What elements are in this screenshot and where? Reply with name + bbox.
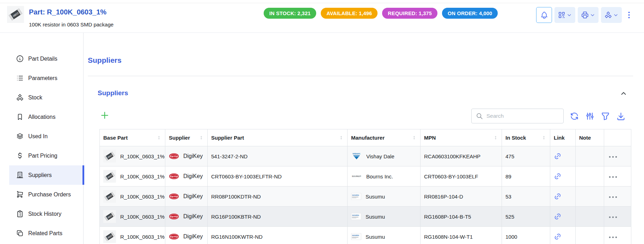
table-row[interactable]: R_100K_0603_1% DigiKey 541-3247-2-ND Vis… xyxy=(100,146,631,166)
bell-icon xyxy=(540,11,548,19)
table-toolbar xyxy=(471,109,626,123)
supplier-parts-table: Base Part Supplier Supplier Part Manufac… xyxy=(99,129,631,244)
digikey-logo-icon xyxy=(169,193,179,200)
external-link-icon[interactable] xyxy=(554,193,562,200)
row-actions-button[interactable] xyxy=(608,155,618,159)
stock-actions-button[interactable] xyxy=(601,7,622,23)
available-badge: AVAILABLE: 1,496 xyxy=(321,8,378,19)
supplier-part-number: 541-3247-2-ND xyxy=(208,146,348,166)
mpn-value: RCA0603100KFKEAHP xyxy=(421,146,502,166)
sort-icon[interactable] xyxy=(541,135,546,140)
table-row[interactable]: R_100K_0603_1% DigiKey RG16P100KBTR-ND S… xyxy=(100,207,631,227)
manufacturer-name[interactable]: Susumu xyxy=(366,194,385,200)
external-link-icon[interactable] xyxy=(554,152,562,160)
sidebar-item-parameters[interactable]: Parameters xyxy=(9,68,83,88)
sidebar-item-stock[interactable]: Stock xyxy=(9,88,83,107)
download-icon xyxy=(616,111,626,121)
susumu-logo-icon xyxy=(351,193,361,200)
manufacturer-name[interactable]: Susumu xyxy=(366,234,385,240)
filter-button[interactable] xyxy=(601,111,610,121)
refresh-button[interactable] xyxy=(570,111,579,121)
row-actions-button[interactable] xyxy=(608,175,618,179)
collapse-panel-button[interactable] xyxy=(620,90,627,97)
refresh-icon xyxy=(570,111,579,121)
supplier-name[interactable]: DigiKey xyxy=(183,173,203,179)
cubes-icon xyxy=(16,93,24,102)
search-field[interactable] xyxy=(471,109,564,123)
note-cell xyxy=(576,207,604,227)
search-input[interactable] xyxy=(486,113,559,119)
add-supplier-part-button[interactable] xyxy=(99,110,110,121)
sidebar-item-label: Part Pricing xyxy=(28,153,57,159)
sidebar-item-part-pricing[interactable]: Part Pricing xyxy=(9,146,83,165)
mpn-value: RR0816P-104-D xyxy=(421,187,502,207)
sidebar-item-purchase-orders[interactable]: Purchase Orders xyxy=(9,185,83,204)
table-row[interactable]: R_100K_0603_1% DigiKey RR08P100KDTR-ND S… xyxy=(100,187,631,207)
external-link-icon[interactable] xyxy=(554,213,562,220)
column-header-supplier-part[interactable]: Supplier Part xyxy=(208,129,348,146)
sidebar-item-label: Parameters xyxy=(28,75,57,81)
sidebar-item-suppliers[interactable]: Suppliers xyxy=(9,165,83,185)
row-actions-button[interactable] xyxy=(608,235,618,239)
note-cell xyxy=(576,187,604,207)
suppliers-panel: Suppliers xyxy=(88,76,633,244)
sidebar-item-label: Related Parts xyxy=(28,230,62,237)
print-actions-button[interactable] xyxy=(578,7,599,23)
row-actions-button[interactable] xyxy=(608,195,618,199)
sidebar-item-stock-history[interactable]: Stock History xyxy=(9,204,83,224)
sidebar-item-allocations[interactable]: Allocations xyxy=(9,107,83,127)
base-part-name[interactable]: R_100K_0603_1% xyxy=(120,153,165,159)
shopping-cart-icon xyxy=(16,190,24,199)
column-header-actions xyxy=(604,129,631,146)
building-icon xyxy=(16,171,24,179)
supplier-name[interactable]: DigiKey xyxy=(183,153,203,159)
part-sidebar: Part Details Parameters Stock Allocation… xyxy=(0,33,84,244)
manufacturer-name[interactable]: Vishay Dale xyxy=(366,153,394,159)
supplier-name[interactable]: DigiKey xyxy=(183,213,203,220)
part-header: Part: R_100K_0603_1% 100K resistor in 06… xyxy=(0,3,644,33)
sidebar-item-label: Allocations xyxy=(28,114,55,120)
column-header-base-part[interactable]: Base Part xyxy=(100,129,165,146)
column-header-supplier[interactable]: Supplier xyxy=(165,129,208,146)
row-actions-button[interactable] xyxy=(608,215,618,219)
supplier-name[interactable]: DigiKey xyxy=(183,233,203,240)
column-header-note: Note xyxy=(576,129,604,146)
base-part-name[interactable]: R_100K_0603_1% xyxy=(120,194,165,200)
base-part-name[interactable]: R_100K_0603_1% xyxy=(120,234,165,240)
column-header-in-stock[interactable]: In Stock xyxy=(502,129,550,146)
sidebar-item-part-details[interactable]: Part Details xyxy=(9,49,83,68)
sidebar-item-used-in[interactable]: Used In xyxy=(9,127,83,146)
barcode-actions-button[interactable] xyxy=(554,7,575,23)
column-header-manufacturer[interactable]: Manufacturer xyxy=(348,129,421,146)
base-part-name[interactable]: R_100K_0603_1% xyxy=(120,173,165,179)
column-header-mpn[interactable]: MPN xyxy=(421,129,502,146)
part-image[interactable] xyxy=(7,6,24,23)
sort-icon[interactable] xyxy=(199,135,204,140)
sidebar-item-label: Part Details xyxy=(28,56,57,62)
notifications-button[interactable] xyxy=(536,7,552,23)
part-thumbnail xyxy=(103,210,116,223)
more-menu-button[interactable] xyxy=(624,7,633,23)
column-settings-button[interactable] xyxy=(585,111,595,121)
sort-icon[interactable] xyxy=(493,135,498,140)
base-part-name[interactable]: R_100K_0603_1% xyxy=(120,214,165,220)
table-row[interactable]: R_100K_0603_1% DigiKey RG16N100KWTR-ND S… xyxy=(100,227,631,244)
in-stock-value: 53 xyxy=(502,187,550,207)
part-thumbnail xyxy=(103,150,116,163)
sort-icon[interactable] xyxy=(157,135,161,140)
sidebar-item-related-parts[interactable]: Related Parts xyxy=(9,224,83,243)
main-content: Suppliers Suppliers xyxy=(84,33,644,244)
manufacturer-name[interactable]: Susumu xyxy=(366,214,385,220)
supplier-name[interactable]: DigiKey xyxy=(183,193,203,200)
page-part-title: Part: R_100K_0603_1% xyxy=(29,8,106,16)
digikey-logo-icon xyxy=(169,153,179,160)
sort-icon[interactable] xyxy=(339,135,344,140)
table-row[interactable]: R_100K_0603_1% DigiKey CRT0603-BY-1003EL… xyxy=(100,166,631,187)
manufacturer-name[interactable]: Bourns Inc. xyxy=(366,173,393,179)
clipboard-icon xyxy=(16,210,24,218)
external-link-icon[interactable] xyxy=(554,172,562,180)
external-link-icon[interactable] xyxy=(554,233,562,240)
part-thumbnail xyxy=(103,230,116,243)
sort-icon[interactable] xyxy=(412,135,417,140)
download-button[interactable] xyxy=(616,111,626,121)
